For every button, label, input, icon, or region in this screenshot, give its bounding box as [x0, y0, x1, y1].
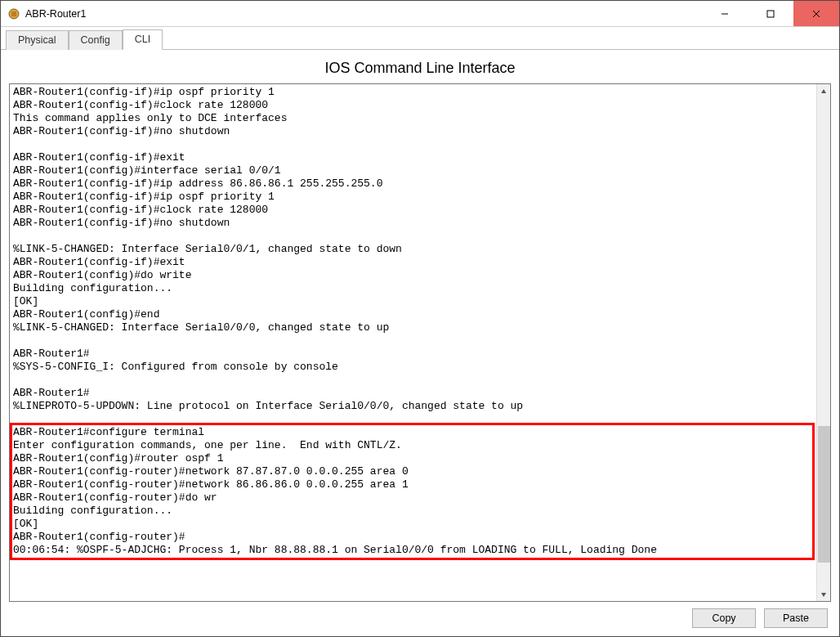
terminal-line: ABR-Router1(config-if)#clock rate 128000: [13, 99, 813, 112]
scroll-down-button[interactable]: [817, 587, 830, 601]
terminal-line: ABR-Router1(config-if)#exit: [13, 256, 813, 269]
terminal-line: ABR-Router1(config-router)#network 86.86…: [13, 478, 813, 491]
terminal-line: %LINEPROTO-5-UPDOWN: Line protocol on In…: [13, 400, 813, 413]
tab-config[interactable]: Config: [69, 30, 123, 50]
close-button[interactable]: [793, 1, 839, 26]
svg-marker-6: [821, 89, 826, 93]
terminal-line: ABR-Router1(config)#end: [13, 308, 813, 321]
terminal-line: ABR-Router1(config-if)#ip ospf priority …: [13, 191, 813, 204]
terminal-line: [OK]: [13, 295, 813, 308]
terminal-line: Enter configuration commands, one per li…: [13, 439, 813, 452]
terminal-line: ABR-Router1(config)#do write: [13, 269, 813, 282]
scroll-thumb[interactable]: [818, 426, 830, 563]
window-title: ABR-Router1: [25, 8, 86, 20]
terminal-line: [13, 374, 813, 387]
terminal-line: ABR-Router1(config-if)#no shutdown: [13, 125, 813, 138]
terminal-line: [13, 138, 813, 151]
minimize-button[interactable]: [702, 1, 748, 26]
cli-panel: IOS Command Line Interface ABR-Router1(c…: [1, 50, 839, 636]
tab-physical[interactable]: Physical: [6, 30, 69, 50]
terminal-line: ABR-Router1#configure terminal: [13, 426, 813, 439]
terminal-line: Building configuration...: [13, 282, 813, 295]
svg-rect-3: [767, 11, 774, 17]
window-controls: [702, 1, 839, 26]
terminal-container: ABR-Router1(config-if)#ip ospf priority …: [9, 83, 831, 602]
terminal-line: [13, 413, 813, 426]
terminal-line: %LINK-5-CHANGED: Interface Serial0/0/0, …: [13, 321, 813, 334]
terminal-line: ABR-Router1(config-router)#do wr: [13, 491, 813, 505]
terminal-line: [OK]: [13, 518, 813, 531]
paste-button[interactable]: Paste: [764, 608, 828, 628]
terminal-line: ABR-Router1(config-if)#exit: [13, 151, 813, 164]
maximize-button[interactable]: [748, 1, 793, 26]
svg-marker-7: [821, 593, 826, 597]
terminal-output[interactable]: ABR-Router1(config-if)#ip ospf priority …: [10, 84, 816, 601]
terminal-line: %LINK-5-CHANGED: Interface Serial0/0/1, …: [13, 243, 813, 256]
terminal-line: ABR-Router1(config-router)#network 87.87…: [13, 465, 813, 478]
terminal-line: [13, 230, 813, 243]
terminal-line: %SYS-5-CONFIG_I: Configured from console…: [13, 361, 813, 374]
terminal-line: [13, 334, 813, 348]
tab-bar: Physical Config CLI: [1, 27, 839, 50]
terminal-line: ABR-Router1(config-if)#ip ospf priority …: [13, 86, 813, 99]
terminal-line: 00:06:54: %OSPF-5-ADJCHG: Process 1, Nbr…: [13, 544, 813, 557]
cli-button-row: Copy Paste: [9, 602, 831, 628]
terminal-line: ABR-Router1#: [13, 387, 813, 400]
terminal-line: ABR-Router1(config)#interface serial 0/0…: [13, 164, 813, 177]
svg-rect-1: [11, 11, 16, 16]
tab-cli[interactable]: CLI: [123, 29, 163, 50]
terminal-line: ABR-Router1(config)#router ospf 1: [13, 452, 813, 465]
router-icon: [7, 7, 20, 20]
terminal-line: Building configuration...: [13, 505, 813, 518]
terminal-line: ABR-Router1(config-router)#: [13, 531, 813, 544]
cli-heading: IOS Command Line Interface: [9, 60, 831, 77]
terminal-scrollbar[interactable]: [816, 84, 830, 601]
terminal-line: ABR-Router1(config-if)#no shutdown: [13, 217, 813, 230]
titlebar[interactable]: ABR-Router1: [1, 1, 839, 27]
terminal-line: ABR-Router1#: [13, 348, 813, 361]
terminal-line: This command applies only to DCE interfa…: [13, 112, 813, 125]
app-window: ABR-Router1 Physical Config CLI IOS Comm…: [0, 0, 840, 637]
terminal-line: ABR-Router1(config-if)#clock rate 128000: [13, 204, 813, 217]
copy-button[interactable]: Copy: [692, 608, 756, 628]
scroll-up-button[interactable]: [817, 84, 830, 98]
terminal-line: ABR-Router1(config-if)#ip address 86.86.…: [13, 177, 813, 191]
